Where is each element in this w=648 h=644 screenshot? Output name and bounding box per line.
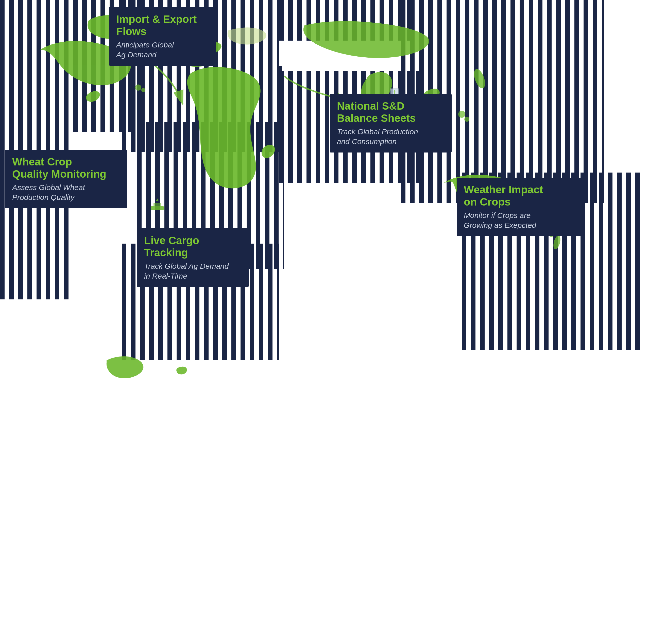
live-cargo-title: Live Cargo Tracking	[144, 234, 241, 259]
weather-impact-title: Weather Impact on Crops	[464, 184, 577, 208]
live-cargo-subtitle: Track Global Ag Demand in Real-Time	[144, 261, 241, 281]
import-export-subtitle: Anticipate Global Ag Demand	[116, 40, 209, 60]
weather-impact-subtitle: Monitor if Crops are Growing as Exepcted	[464, 210, 577, 230]
svg-point-0	[472, 67, 487, 90]
import-export-card: Import & Export Flows Anticipate Global …	[109, 7, 216, 66]
live-cargo-card: Live Cargo Tracking Track Global Ag Dema…	[137, 228, 249, 287]
national-sd-title: National S&D Balance Sheets	[337, 100, 444, 124]
svg-rect-9	[154, 203, 161, 206]
wheat-crop-title: Wheat Crop Quality Monitoring	[12, 156, 120, 180]
svg-rect-8	[151, 206, 164, 210]
wheat-crop-subtitle: Assess Global Wheat Production Quality	[12, 182, 120, 202]
svg-point-4	[141, 88, 145, 92]
svg-marker-10	[156, 199, 159, 201]
national-sd-subtitle: Track Global Production and Consumption	[337, 126, 444, 147]
weather-impact-card: Weather Impact on Crops Monitor if Crops…	[457, 178, 584, 236]
import-export-title: Import & Export Flows	[116, 13, 209, 38]
wheat-crop-card: Wheat Crop Quality Monitoring Assess Glo…	[5, 150, 127, 208]
svg-point-2	[464, 117, 469, 122]
national-sd-card: National S&D Balance Sheets Track Global…	[330, 94, 451, 153]
svg-point-3	[135, 85, 141, 91]
svg-point-6	[552, 235, 562, 250]
svg-point-1	[458, 111, 465, 118]
